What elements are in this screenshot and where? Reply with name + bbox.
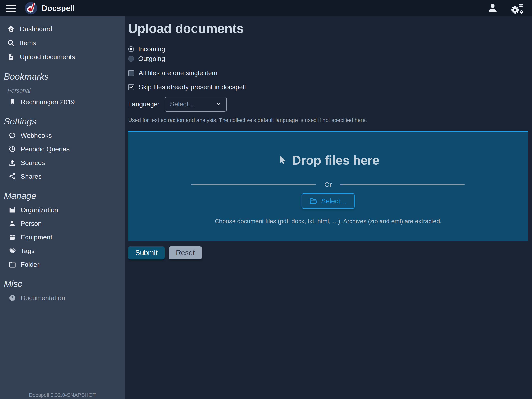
sidebar-item-shares[interactable]: Shares <box>0 169 125 183</box>
dropzone-help-text: Choose document files (pdf, docx, txt, h… <box>128 218 528 225</box>
sidebar-item-label: Documentation <box>21 294 65 302</box>
sidebar-item-person[interactable]: Person <box>0 217 125 230</box>
menu-toggle-icon[interactable] <box>6 4 16 13</box>
sidebar-item-label: Organization <box>21 206 58 214</box>
history-icon <box>9 145 16 153</box>
sidebar-item-organization[interactable]: Organization <box>0 203 125 217</box>
sidebar-item-documentation[interactable]: ? Documentation <box>0 291 125 305</box>
sidebar-item-label: Folder <box>21 261 39 268</box>
divider-label: Or <box>324 181 332 188</box>
bookmark-group-personal: Personal <box>0 84 125 95</box>
checkbox-skip-duplicates[interactable] <box>128 84 134 90</box>
settings-gears-icon[interactable] <box>510 2 524 14</box>
sidebar-item-label: Equipment <box>21 233 52 241</box>
docspell-logo[interactable] <box>25 2 37 15</box>
user-icon <box>9 220 16 227</box>
question-circle-icon: ? <box>9 294 16 302</box>
section-title-misc: Misc <box>0 271 125 291</box>
sidebar-item-items[interactable]: Items <box>0 36 125 50</box>
sidebar: Dasbhoard Items Upload documents Bookmar… <box>0 16 125 399</box>
sidebar-item-label: Dasbhoard <box>20 25 52 33</box>
checkbox-label[interactable]: Skip files already present in docspell <box>139 83 246 91</box>
sidebar-item-label: Items <box>20 39 36 47</box>
sidebar-item-label: Periodic Queries <box>21 145 70 153</box>
share-nodes-icon <box>9 173 16 180</box>
main-content: Upload documents Incoming Outgoing All f… <box>125 16 532 399</box>
box-icon <box>9 233 16 241</box>
file-dropzone[interactable]: Drop files here Or Select… Choose docume… <box>128 131 528 241</box>
direction-option-outgoing[interactable]: Outgoing <box>128 54 528 64</box>
app-title: Docspell <box>42 4 75 13</box>
sidebar-item-label: Upload documents <box>20 53 75 61</box>
sidebar-item-upload-documents[interactable]: Upload documents <box>0 50 125 64</box>
select-files-label: Select… <box>321 197 347 205</box>
section-title-manage: Manage <box>0 183 125 203</box>
sidebar-item-sources[interactable]: Sources <box>0 156 125 169</box>
chevron-down-icon <box>215 101 222 107</box>
direction-option-incoming[interactable]: Incoming <box>128 44 528 54</box>
checkbox-single-item[interactable] <box>128 70 134 76</box>
app-version: Docspell 0.32.0-SNAPSHOT <box>0 392 125 398</box>
checkbox-label[interactable]: All files are one single item <box>139 69 217 77</box>
file-upload-icon <box>7 53 15 61</box>
sidebar-item-dashboard[interactable]: Dasbhoard <box>0 22 125 36</box>
sidebar-item-label: Shares <box>21 173 42 180</box>
bookmark-icon <box>9 98 16 106</box>
flag-skip-duplicates[interactable]: Skip files already present in docspell <box>128 82 528 92</box>
check-icon <box>129 84 134 90</box>
section-title-bookmarks: Bookmarks <box>0 64 125 84</box>
svg-text:?: ? <box>11 296 13 300</box>
search-icon <box>7 39 15 47</box>
section-title-settings: Settings <box>0 109 125 129</box>
sidebar-item-bookmark-rechnungen-2019[interactable]: Rechnungen 2019 <box>0 95 125 109</box>
page-title: Upload documents <box>128 21 528 36</box>
radio-label[interactable]: Incoming <box>138 45 165 53</box>
sidebar-item-label: Rechnungen 2019 <box>21 98 75 106</box>
divider-line <box>340 184 465 185</box>
sidebar-item-folder[interactable]: Folder <box>0 257 125 271</box>
folder-icon <box>9 261 16 268</box>
sidebar-item-periodic-queries[interactable]: Periodic Queries <box>0 142 125 156</box>
user-account-icon[interactable] <box>487 3 498 14</box>
language-select-value: Select… <box>170 100 195 108</box>
industry-icon <box>9 206 16 213</box>
comment-icon <box>9 132 16 139</box>
radio-incoming[interactable] <box>128 46 134 52</box>
folder-open-icon <box>309 197 317 205</box>
submit-button[interactable]: Submit <box>128 246 165 259</box>
language-help-text: Used for text extraction and analysis. T… <box>128 117 528 123</box>
dropzone-divider: Or <box>191 181 465 188</box>
sidebar-item-webhooks[interactable]: Webhooks <box>0 129 125 142</box>
sidebar-item-label: Tags <box>21 247 35 255</box>
radio-label[interactable]: Outgoing <box>138 55 165 63</box>
language-label: Language: <box>128 100 159 108</box>
sidebar-item-equipment[interactable]: Equipment <box>0 230 125 244</box>
mouse-pointer-icon <box>277 154 287 166</box>
sidebar-item-label: Person <box>21 220 42 227</box>
tags-icon <box>9 247 16 254</box>
sidebar-item-label: Sources <box>21 159 45 167</box>
language-select[interactable]: Select… <box>165 97 227 112</box>
select-files-button[interactable]: Select… <box>302 193 355 209</box>
topbar: Docspell <box>0 0 532 16</box>
flag-single-item[interactable]: All files are one single item <box>128 68 528 78</box>
home-icon <box>7 25 15 33</box>
sidebar-item-tags[interactable]: Tags <box>0 244 125 257</box>
reset-button[interactable]: Reset <box>169 246 202 259</box>
radio-outgoing[interactable] <box>128 56 134 62</box>
sidebar-item-label: Webhooks <box>21 132 52 139</box>
dropzone-title: Drop files here <box>128 153 528 167</box>
divider-line <box>191 184 316 185</box>
upload-tray-icon <box>9 159 16 166</box>
